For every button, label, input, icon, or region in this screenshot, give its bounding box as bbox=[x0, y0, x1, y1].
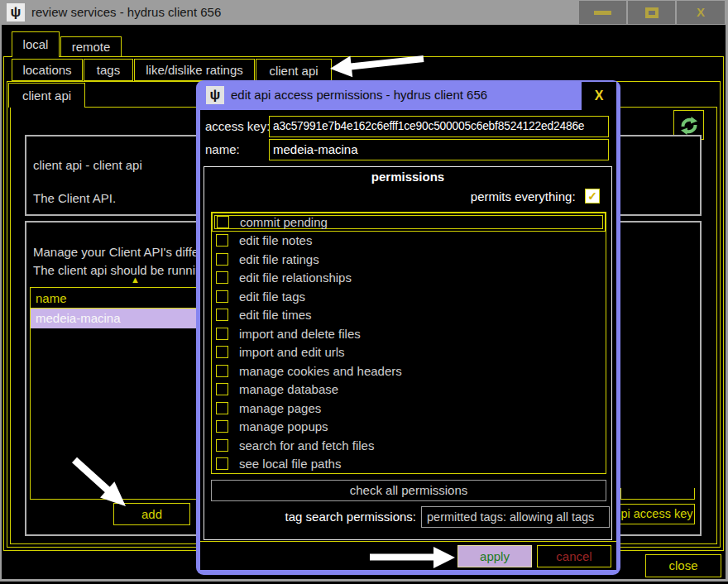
name-input[interactable]: medeia-macina bbox=[269, 139, 609, 160]
close-icon: X bbox=[677, 1, 725, 24]
permits-everything-label: permits everything: bbox=[471, 189, 576, 204]
manage-help-text-1: Manage your Client API's differ bbox=[33, 245, 203, 259]
permission-checkbox-icon[interactable] bbox=[216, 328, 228, 340]
permission-row[interactable]: manage cookies and headers bbox=[212, 361, 606, 381]
permission-label: manage database bbox=[239, 382, 338, 396]
refresh-icon bbox=[678, 115, 700, 136]
permission-checkbox-icon[interactable] bbox=[216, 402, 228, 414]
tag-search-permissions-dropdown[interactable]: permitted tags: allowing all tags bbox=[421, 506, 610, 528]
permission-checkbox-icon[interactable] bbox=[216, 365, 228, 377]
tab-remote[interactable]: remote bbox=[60, 36, 122, 57]
close-window-button[interactable]: X bbox=[677, 1, 725, 24]
permission-label: import and delete files bbox=[239, 327, 361, 341]
permission-row[interactable]: manage database bbox=[212, 381, 606, 400]
service-name-text: client api - client api bbox=[33, 158, 142, 172]
tab-tags[interactable]: tags bbox=[84, 59, 133, 81]
window-title: review services - hydrus client 656 bbox=[31, 0, 221, 25]
hydrus-dialog-icon: ψ bbox=[206, 86, 224, 104]
maximize-button[interactable] bbox=[628, 1, 675, 24]
tab-like-dislike-ratings[interactable]: like/dislike ratings bbox=[134, 59, 255, 81]
close-button[interactable]: close bbox=[645, 554, 721, 577]
minimize-icon bbox=[594, 11, 611, 15]
name-label: name: bbox=[205, 142, 240, 156]
tab-locations[interactable]: locations bbox=[12, 59, 83, 81]
permission-checkbox-icon[interactable] bbox=[216, 457, 228, 470]
permission-checkbox-icon[interactable] bbox=[216, 420, 228, 433]
minimize-button[interactable] bbox=[579, 1, 626, 24]
permission-checkbox-icon[interactable] bbox=[216, 253, 228, 266]
permission-label: manage popups bbox=[239, 419, 328, 433]
tag-search-permissions-label: tag search permissions: bbox=[204, 510, 416, 524]
maximize-icon bbox=[645, 7, 659, 18]
permission-checkbox-icon[interactable] bbox=[216, 271, 228, 284]
dialog-separator bbox=[200, 541, 616, 542]
permission-label: edit file tags bbox=[239, 290, 305, 304]
access-key-input[interactable]: a3c57991e7b4e162c6efff1ce90c500005c6ebf8… bbox=[269, 116, 609, 137]
permission-checkbox-icon[interactable] bbox=[216, 290, 228, 303]
permission-row[interactable]: edit file times bbox=[212, 306, 606, 325]
permits-everything-checkbox[interactable]: ✓ bbox=[585, 189, 600, 203]
permission-checkbox-icon[interactable] bbox=[216, 439, 228, 452]
permission-row[interactable]: import and delete files bbox=[212, 324, 606, 343]
permission-checkbox-icon[interactable] bbox=[216, 383, 228, 395]
permission-label: see local file paths bbox=[239, 457, 341, 471]
hydrus-app-icon: ψ bbox=[7, 3, 25, 22]
dialog-body: access key: a3c57991e7b4e162c6efff1ce90c… bbox=[200, 110, 616, 570]
window-titlebar[interactable]: ψ review services - hydrus client 656 X bbox=[0, 0, 728, 25]
tab-local[interactable]: local bbox=[12, 31, 60, 57]
permission-checkbox-icon[interactable] bbox=[217, 216, 229, 228]
permission-label: manage cookies and headers bbox=[239, 364, 402, 378]
check-all-permissions-button[interactable]: check all permissions bbox=[211, 480, 606, 501]
review-services-window: ψ review services - hydrus client 656 X … bbox=[0, 0, 728, 584]
access-key-label: access key: bbox=[205, 119, 270, 133]
service-description-text: The Client API. bbox=[33, 191, 116, 205]
edit-api-permissions-dialog: ψ edit api access permissions - hydrus c… bbox=[196, 80, 620, 575]
permission-row[interactable]: see local file paths bbox=[212, 455, 606, 474]
permission-row[interactable]: commit pending bbox=[212, 213, 606, 232]
permission-label: edit file ratings bbox=[239, 252, 319, 266]
permission-label: edit file relationships bbox=[239, 270, 352, 285]
add-button[interactable]: add bbox=[113, 503, 190, 525]
permission-row[interactable]: edit file ratings bbox=[212, 250, 606, 269]
permission-row[interactable]: manage popups bbox=[212, 418, 606, 437]
permission-checkbox-icon[interactable] bbox=[216, 234, 228, 247]
permission-label: commit pending bbox=[240, 215, 328, 229]
permissions-groupbox: permissions permits everything: ✓ commit… bbox=[204, 166, 612, 540]
permission-row[interactable]: search for and fetch files bbox=[212, 436, 606, 455]
permission-label: edit file notes bbox=[239, 233, 312, 247]
permissions-list: commit pending edit file notes edit file… bbox=[211, 212, 606, 474]
permission-label: edit file times bbox=[239, 308, 312, 322]
permission-row[interactable]: edit file relationships bbox=[212, 269, 606, 288]
permission-row[interactable]: edit file tags bbox=[212, 287, 606, 306]
permissions-group-title: permissions bbox=[204, 170, 611, 184]
permission-checkbox-icon[interactable] bbox=[216, 309, 228, 321]
sort-ascending-icon: ▲ bbox=[131, 275, 140, 285]
dialog-titlebar[interactable]: ψ edit api access permissions - hydrus c… bbox=[196, 80, 620, 110]
permission-label: import and edit urls bbox=[239, 345, 345, 359]
tab-client-api-service[interactable]: client api bbox=[8, 83, 85, 108]
copy-api-access-key-button[interactable]: pi access key bbox=[619, 504, 695, 524]
manage-help-text-2: The client api should be runnin bbox=[33, 263, 202, 277]
permission-label: manage pages bbox=[239, 401, 321, 415]
tab-client-api[interactable]: client api bbox=[256, 59, 332, 83]
dialog-title: edit api access permissions - hydrus cli… bbox=[231, 80, 487, 110]
apply-button[interactable]: apply bbox=[457, 545, 532, 567]
permission-checkbox-icon[interactable] bbox=[216, 346, 228, 358]
dialog-close-button[interactable]: X bbox=[582, 82, 616, 110]
permission-row[interactable]: import and edit urls bbox=[212, 343, 606, 362]
permission-row[interactable]: manage pages bbox=[212, 399, 606, 418]
permission-row[interactable]: edit file notes bbox=[212, 232, 606, 251]
occluded-button-fragment bbox=[620, 488, 695, 500]
cancel-button[interactable]: cancel bbox=[537, 545, 611, 567]
permission-label: search for and fetch files bbox=[239, 438, 374, 452]
